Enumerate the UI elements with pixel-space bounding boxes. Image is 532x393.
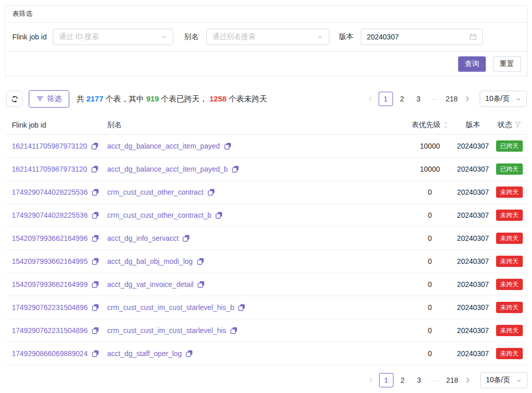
version-label: 版本: [339, 32, 353, 42]
next-page-button[interactable]: [462, 373, 474, 387]
filter-toggle-button[interactable]: 筛选: [29, 90, 69, 108]
job-id-link[interactable]: 1749290762231504896: [12, 326, 103, 335]
copy-icon[interactable]: [92, 304, 99, 311]
alias-link[interactable]: acct_dg_vat_invoice_detail: [107, 280, 403, 288]
copy-icon[interactable]: [238, 304, 245, 311]
alias-link[interactable]: crm_cust_cust_im_cust_starlevel_his_b: [107, 303, 403, 312]
copy-icon[interactable]: [92, 235, 99, 242]
priority-cell: 0: [426, 349, 434, 358]
page-button-2[interactable]: 2: [395, 92, 409, 106]
table-header-row: Flink job id 别名 表优先级 版本 状态: [5, 115, 527, 135]
copy-icon[interactable]: [92, 258, 99, 265]
query-button[interactable]: 查询: [458, 56, 486, 72]
version-cell: 20240307: [455, 211, 491, 219]
chevron-down-icon: [317, 34, 323, 40]
page-button-1[interactable]: 1: [379, 92, 393, 106]
table-row: 1542097993662164999acct_dg_vat_invoice_d…: [5, 273, 527, 296]
copy-icon[interactable]: [92, 327, 99, 334]
table-row: 1621411705987973120acct_dg_balance_acct_…: [5, 135, 527, 158]
status-badge: 未跨天: [496, 279, 523, 290]
alias-link[interactable]: crm_cust_cust_other_contract: [107, 188, 403, 196]
filter-lines-icon: [36, 96, 44, 102]
page-button-1[interactable]: 1: [379, 373, 393, 387]
reset-button[interactable]: 重置: [493, 56, 521, 72]
job-id-link[interactable]: 1542097993662164995: [12, 257, 103, 265]
job-id-link[interactable]: 1542097993662164996: [12, 234, 103, 242]
column-header-status[interactable]: 状态: [496, 120, 523, 130]
priority-cell: 0: [426, 234, 434, 242]
copy-icon[interactable]: [197, 258, 204, 265]
page-size-select[interactable]: 10条/页: [480, 91, 527, 107]
job-id-placeholder: 通过 ID 搜索: [59, 32, 161, 42]
alias-link[interactable]: acct_dg_info_servacct: [107, 234, 403, 242]
version-cell: 20240307: [455, 188, 491, 196]
page-button-3[interactable]: 3: [411, 92, 426, 106]
alias-link[interactable]: acct_dg_staff_oper_log: [107, 349, 403, 358]
filter-form: Flink job id 通过 ID 搜索 别名 通过别名搜索 版本 20240…: [6, 23, 527, 52]
calendar-icon: [469, 33, 477, 40]
total-count: 2177: [86, 94, 103, 103]
job-id-link[interactable]: 1621411705987973120: [12, 165, 103, 173]
page-size-select[interactable]: 10条/页: [480, 372, 527, 388]
column-header-priority[interactable]: 表优先级: [410, 120, 450, 130]
status-badge: 未跨天: [496, 348, 523, 359]
copy-icon[interactable]: [208, 189, 215, 196]
alias-link[interactable]: acct_dg_balance_acct_item_payed_b: [107, 165, 403, 173]
ellipsis-pages[interactable]: ···: [428, 373, 443, 387]
page-button-218[interactable]: 218: [445, 373, 460, 387]
version-cell: 20240307: [455, 326, 491, 335]
job-id-select[interactable]: 通过 ID 搜索: [53, 29, 173, 45]
status-badge: 未跨天: [496, 233, 523, 244]
job-id-link[interactable]: 1749290744028225536: [12, 188, 103, 196]
version-value: 20240307: [367, 33, 469, 41]
copy-icon[interactable]: [91, 142, 98, 150]
copy-icon[interactable]: [91, 166, 98, 173]
filter-card: 表筛选 Flink job id 通过 ID 搜索 别名 通过别名搜索 版本 2…: [5, 5, 527, 76]
version-cell: 20240307: [455, 234, 491, 242]
funnel-filter-icon: [515, 121, 521, 128]
copy-icon[interactable]: [230, 327, 238, 334]
version-cell: 20240307: [455, 349, 491, 358]
copy-icon[interactable]: [183, 235, 190, 242]
table-row: 1749290762231504896crm_cust_cust_im_cust…: [5, 319, 527, 342]
copy-icon[interactable]: [92, 350, 99, 357]
table-row: 1542097993662164995acct_dg_bal_obj_modi_…: [5, 250, 527, 273]
copy-icon[interactable]: [232, 166, 239, 173]
status-badge: 已跨天: [496, 140, 523, 152]
alias-link[interactable]: acct_dg_bal_obj_modi_log: [107, 257, 403, 265]
chevron-down-icon: [516, 378, 522, 383]
job-id-link[interactable]: 1749290762231504896: [12, 303, 103, 312]
alias-link[interactable]: crm_cust_cust_other_contract_b: [107, 211, 403, 219]
alias-link[interactable]: crm_cust_cust_im_cust_starlevel_his: [107, 326, 403, 335]
refresh-button[interactable]: [6, 91, 23, 107]
version-date-input[interactable]: 20240307: [361, 29, 483, 45]
copy-icon[interactable]: [186, 350, 193, 357]
copy-icon[interactable]: [215, 212, 223, 219]
column-header-version: 版本: [464, 120, 482, 130]
alias-placeholder: 通过别名搜索: [212, 32, 317, 42]
job-id-link[interactable]: 1542097993662164999: [12, 280, 103, 288]
job-id-link[interactable]: 1621411705987973120: [12, 142, 103, 150]
page-button-3[interactable]: 3: [412, 373, 426, 387]
column-header-alias: 别名: [105, 120, 405, 130]
ellipsis-pages[interactable]: ···: [428, 92, 442, 106]
table-row: 1542097993662164996acct_dg_info_servacct…: [5, 227, 527, 250]
alias-link[interactable]: acct_dg_balance_acct_item_payed: [107, 142, 403, 150]
priority-cell: 10000: [418, 142, 442, 150]
status-badge: 已跨天: [496, 163, 523, 175]
copy-icon[interactable]: [198, 281, 205, 288]
priority-cell: 0: [426, 257, 434, 265]
page-button-2[interactable]: 2: [396, 373, 410, 387]
copy-icon[interactable]: [92, 281, 99, 288]
next-page-button[interactable]: [461, 92, 474, 106]
copy-icon[interactable]: [92, 212, 99, 219]
copy-icon[interactable]: [224, 142, 231, 150]
job-id-link[interactable]: 1749290744028225536: [12, 211, 103, 219]
priority-cell: 0: [426, 280, 434, 288]
alias-select[interactable]: 通过别名搜索: [206, 29, 329, 45]
priority-cell: 0: [426, 211, 434, 219]
sort-icon: [443, 121, 448, 129]
copy-icon[interactable]: [92, 189, 99, 196]
job-id-link[interactable]: 1749290866069889024: [12, 349, 103, 358]
page-button-218[interactable]: 218: [444, 92, 459, 106]
